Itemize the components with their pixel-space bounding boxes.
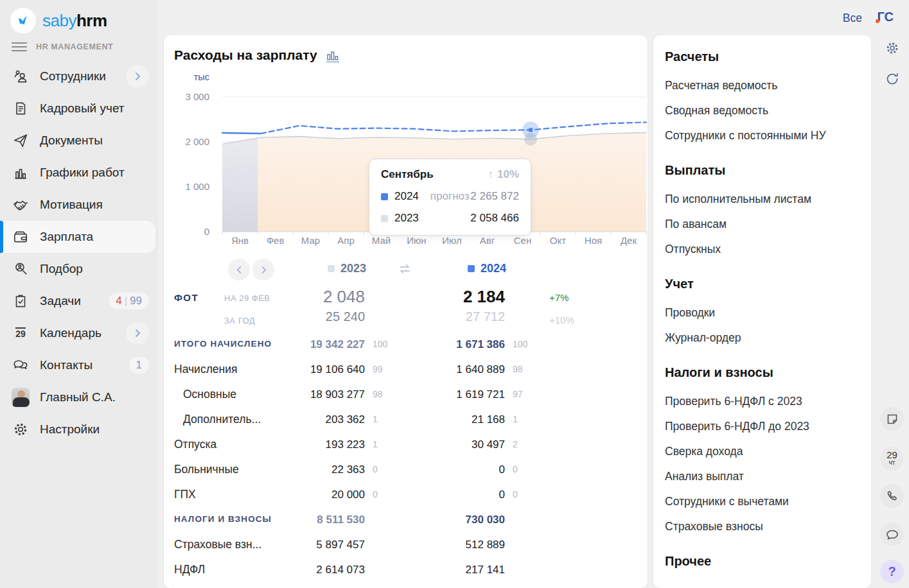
- report-link[interactable]: По авансам: [665, 211, 860, 236]
- sidebar-item-schedules[interactable]: Графики работ: [0, 157, 158, 189]
- chat-icon[interactable]: [880, 523, 904, 546]
- page-title: Расходы на зарплату: [174, 48, 317, 63]
- app-title: sabyhrm: [42, 11, 107, 31]
- table-row[interactable]: ГПХ20 000000: [174, 482, 637, 507]
- year-2024-toggle[interactable]: 2024: [468, 262, 506, 275]
- menu-hamburger-icon[interactable]: [12, 42, 27, 51]
- report-link[interactable]: Проверить 6-НДФЛ до 2023: [665, 413, 860, 438]
- sync-icon[interactable]: [880, 67, 904, 91]
- app-logo[interactable]: sabyhrm: [0, 0, 158, 36]
- sidebar-item-employees[interactable]: Сотрудники: [0, 60, 158, 92]
- tooltip-month: Сентябрь: [381, 168, 434, 181]
- month-label: Дек: [611, 235, 646, 246]
- row-2023-value: 203 362: [277, 413, 365, 426]
- report-link[interactable]: Сотрудники с постоянными НУ: [665, 123, 860, 148]
- gear-icon[interactable]: [880, 36, 904, 60]
- swap-years-button[interactable]: [398, 262, 412, 278]
- row-label[interactable]: Страховые взн...: [174, 538, 277, 551]
- row-label[interactable]: Основные: [174, 388, 277, 401]
- month-label: Окт: [540, 235, 576, 246]
- row-label[interactable]: Начисления: [174, 363, 277, 376]
- bar-chart-toggle-icon[interactable]: [326, 49, 339, 62]
- report-link[interactable]: Отпускных: [665, 236, 860, 261]
- documents-icon: [12, 132, 30, 150]
- report-link[interactable]: Сводная ведомость: [665, 98, 860, 123]
- motivation-icon: [12, 196, 30, 214]
- sidebar-item-tasks[interactable]: Задачи4|99: [0, 285, 158, 317]
- chevron-right-icon[interactable]: [126, 65, 149, 88]
- row-2024-value: 1 671 386: [393, 338, 505, 351]
- table-row[interactable]: Начисления19 106 640991 640 88998: [174, 357, 637, 382]
- report-link[interactable]: Страховые взносы: [665, 514, 860, 539]
- note-icon[interactable]: [880, 407, 904, 431]
- sidebar-item-settings[interactable]: Настройки: [0, 413, 158, 445]
- sidebar-item-recruitment[interactable]: Подбор: [0, 253, 158, 285]
- fot-2023-year: 25 240: [277, 309, 365, 324]
- sidebar-item-calendar[interactable]: 29Календарь: [0, 317, 158, 349]
- row-2023-percent: 0: [365, 488, 393, 501]
- report-link[interactable]: Сверка дохода: [665, 438, 860, 463]
- fot-year-delta: +10%: [533, 309, 590, 325]
- report-link[interactable]: Анализ выплат: [665, 463, 860, 489]
- table-row[interactable]: Больничные22 363000: [174, 457, 637, 482]
- help-icon[interactable]: ?: [880, 560, 904, 584]
- row-2023-percent: 98: [365, 388, 393, 401]
- sidebar-item-documents[interactable]: Документы: [0, 125, 158, 157]
- sidebar-item-contacts[interactable]: Контакты1: [0, 349, 158, 381]
- row-2024-value: 730 030: [393, 513, 505, 526]
- chevron-right-icon[interactable]: [126, 322, 149, 345]
- report-link[interactable]: Журнал-ордер: [665, 325, 860, 350]
- table-row[interactable]: НДФЛ2 614 073217 141: [174, 557, 637, 582]
- row-label[interactable]: НАЛОГИ И ВЗНОСЫ: [174, 513, 277, 525]
- phone-icon[interactable]: [880, 484, 904, 508]
- row-2023-value: 22 363: [277, 463, 365, 476]
- row-2023-value: 19 106 640: [277, 363, 365, 376]
- row-label[interactable]: НДФЛ: [174, 563, 277, 576]
- row-label[interactable]: Больничные: [174, 463, 277, 476]
- report-link[interactable]: Проверить 6-НДФЛ с 2023: [665, 388, 860, 413]
- report-link[interactable]: Сотрудники с вычетами: [665, 489, 860, 514]
- sidebar-item-salary[interactable]: Зарплата: [0, 221, 155, 253]
- app-subtitle: HR MANAGEMENT: [36, 42, 113, 51]
- month-label: Сен: [505, 235, 540, 246]
- sidebar-item-avatar[interactable]: Главный С.А.: [0, 381, 158, 413]
- table-row[interactable]: Дополнитель...203 362121 1681: [174, 407, 637, 432]
- prev-period-button[interactable]: [228, 259, 250, 281]
- salary-chart[interactable]: тыс 01 0002 0003 000 ЯнвФевМарАпрМайИюнИ…: [174, 71, 637, 254]
- calendar-rail-icon[interactable]: 29чт: [880, 447, 904, 471]
- y-axis-unit: тыс: [174, 72, 209, 82]
- row-label[interactable]: Дополнитель...: [174, 413, 277, 426]
- row-label[interactable]: ИТОГО НАЧИСЛЕНО: [174, 338, 277, 350]
- sidebar-item-motivation[interactable]: Мотивация: [0, 189, 158, 221]
- row-2023-percent: 1: [365, 413, 393, 426]
- report-link[interactable]: По исполнительным листам: [665, 186, 860, 211]
- next-period-button[interactable]: [252, 259, 274, 281]
- row-2024-value: 1 619 721: [393, 388, 505, 401]
- table-row[interactable]: Страховые взн...5 897 457512 889: [174, 532, 637, 557]
- section-title: Расчеты: [665, 48, 860, 65]
- table-row[interactable]: Основные18 903 277981 619 72197: [174, 382, 637, 407]
- month-label: Авг: [470, 235, 505, 246]
- row-2024-value: 30 497: [393, 438, 505, 451]
- year-2023-toggle[interactable]: 2023: [328, 262, 366, 275]
- sidebar-item-badge: 4|99: [109, 293, 149, 309]
- gs-services-icon[interactable]: ГС: [877, 10, 894, 24]
- table-row[interactable]: Отпуска193 223130 4972: [174, 432, 637, 457]
- row-2023-value: 20 000: [277, 488, 365, 501]
- row-label[interactable]: ГПХ: [174, 488, 277, 501]
- sidebar-item-label: Главный С.А.: [40, 390, 116, 404]
- report-link[interactable]: Проводки: [665, 300, 860, 325]
- row-2023-value: 2 614 073: [277, 563, 365, 576]
- report-link[interactable]: Расчетная ведомость: [665, 73, 860, 98]
- table-row[interactable]: ИТОГО НАЧИСЛЕНО19 342 2271001 671 386100: [174, 332, 637, 357]
- fot-2024-year: 27 712: [393, 309, 505, 324]
- table-row[interactable]: НАЛОГИ И ВЗНОСЫ8 511 530730 030: [174, 507, 637, 532]
- row-label[interactable]: Отпуска: [174, 438, 277, 451]
- sidebar-item-records[interactable]: Кадровый учет: [0, 92, 158, 125]
- reports-section: УчетПроводкиЖурнал-ордер: [665, 275, 860, 350]
- row-2024-percent: 2: [505, 438, 533, 451]
- row-2023-value: 5 897 457: [277, 538, 365, 551]
- all-link[interactable]: Все: [843, 12, 862, 25]
- y-axis-tick: 1 000: [174, 181, 209, 192]
- row-2024-value: 512 889: [393, 538, 505, 551]
